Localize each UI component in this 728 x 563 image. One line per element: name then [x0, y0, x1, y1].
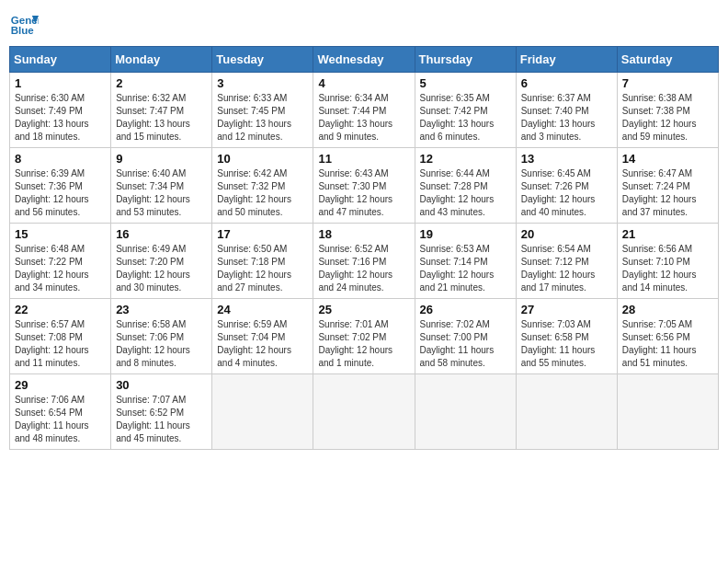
- day-info: Sunrise: 6:33 AM Sunset: 7:45 PM Dayligh…: [217, 92, 308, 144]
- day-number: 2: [116, 76, 207, 90]
- day-info: Sunrise: 6:35 AM Sunset: 7:42 PM Dayligh…: [420, 92, 511, 144]
- calendar-cell: 19 Sunrise: 6:53 AM Sunset: 7:14 PM Dayl…: [415, 224, 516, 299]
- calendar-cell: 12 Sunrise: 6:44 AM Sunset: 7:28 PM Dayl…: [415, 148, 516, 224]
- calendar-cell: 16 Sunrise: 6:49 AM Sunset: 7:20 PM Dayl…: [111, 224, 212, 299]
- day-number: 9: [116, 152, 207, 166]
- day-number: 28: [622, 303, 713, 316]
- calendar-cell: 18 Sunrise: 6:52 AM Sunset: 7:16 PM Dayl…: [313, 224, 415, 299]
- calendar-cell: [212, 374, 313, 450]
- calendar-cell: [516, 374, 617, 450]
- calendar-cell: 14 Sunrise: 6:47 AM Sunset: 7:24 PM Dayl…: [617, 148, 718, 224]
- calendar-cell: 21 Sunrise: 6:56 AM Sunset: 7:10 PM Dayl…: [617, 224, 718, 299]
- day-number: 29: [15, 378, 106, 392]
- day-number: 30: [116, 378, 207, 392]
- calendar-cell: 20 Sunrise: 6:54 AM Sunset: 7:12 PM Dayl…: [516, 224, 617, 299]
- calendar-cell: 5 Sunrise: 6:35 AM Sunset: 7:42 PM Dayli…: [415, 73, 516, 148]
- day-number: 10: [217, 152, 308, 166]
- col-header-thursday: Thursday: [415, 47, 516, 73]
- day-number: 23: [116, 303, 207, 316]
- calendar-cell: 7 Sunrise: 6:38 AM Sunset: 7:38 PM Dayli…: [617, 73, 718, 148]
- day-info: Sunrise: 6:57 AM Sunset: 7:08 PM Dayligh…: [15, 318, 106, 370]
- day-info: Sunrise: 6:40 AM Sunset: 7:34 PM Dayligh…: [116, 167, 207, 219]
- day-info: Sunrise: 6:32 AM Sunset: 7:47 PM Dayligh…: [116, 92, 207, 144]
- col-header-monday: Monday: [111, 47, 212, 73]
- day-number: 7: [622, 76, 713, 90]
- day-info: Sunrise: 6:38 AM Sunset: 7:38 PM Dayligh…: [622, 92, 713, 144]
- calendar-cell: 3 Sunrise: 6:33 AM Sunset: 7:45 PM Dayli…: [212, 73, 313, 148]
- day-number: 11: [318, 152, 409, 166]
- day-number: 24: [217, 303, 308, 316]
- day-info: Sunrise: 6:43 AM Sunset: 7:30 PM Dayligh…: [318, 167, 409, 219]
- day-number: 15: [15, 227, 106, 241]
- day-number: 20: [521, 227, 612, 241]
- day-number: 4: [318, 76, 409, 90]
- day-info: Sunrise: 6:44 AM Sunset: 7:28 PM Dayligh…: [420, 167, 511, 219]
- calendar-cell: 9 Sunrise: 6:40 AM Sunset: 7:34 PM Dayli…: [111, 148, 212, 224]
- col-header-friday: Friday: [516, 47, 617, 73]
- day-info: Sunrise: 7:01 AM Sunset: 7:02 PM Dayligh…: [318, 318, 409, 370]
- calendar-cell: [313, 374, 415, 450]
- day-info: Sunrise: 6:56 AM Sunset: 7:10 PM Dayligh…: [622, 243, 713, 294]
- day-number: 5: [420, 76, 511, 90]
- day-number: 25: [318, 303, 409, 316]
- day-info: Sunrise: 7:06 AM Sunset: 6:54 PM Dayligh…: [15, 394, 106, 445]
- calendar-cell: 2 Sunrise: 6:32 AM Sunset: 7:47 PM Dayli…: [111, 73, 212, 148]
- day-info: Sunrise: 6:39 AM Sunset: 7:36 PM Dayligh…: [15, 167, 106, 219]
- calendar-cell: 28 Sunrise: 7:05 AM Sunset: 6:56 PM Dayl…: [617, 299, 718, 374]
- calendar-cell: 6 Sunrise: 6:37 AM Sunset: 7:40 PM Dayli…: [516, 73, 617, 148]
- day-info: Sunrise: 6:42 AM Sunset: 7:32 PM Dayligh…: [217, 167, 308, 219]
- day-info: Sunrise: 6:59 AM Sunset: 7:04 PM Dayligh…: [217, 318, 308, 370]
- day-info: Sunrise: 6:54 AM Sunset: 7:12 PM Dayligh…: [521, 243, 612, 294]
- col-header-wednesday: Wednesday: [313, 47, 415, 73]
- calendar-cell: 10 Sunrise: 6:42 AM Sunset: 7:32 PM Dayl…: [212, 148, 313, 224]
- day-info: Sunrise: 6:37 AM Sunset: 7:40 PM Dayligh…: [521, 92, 612, 144]
- calendar-cell: 26 Sunrise: 7:02 AM Sunset: 7:00 PM Dayl…: [415, 299, 516, 374]
- day-info: Sunrise: 6:52 AM Sunset: 7:16 PM Dayligh…: [318, 243, 409, 294]
- day-number: 22: [15, 303, 106, 316]
- calendar-cell: 23 Sunrise: 6:58 AM Sunset: 7:06 PM Dayl…: [111, 299, 212, 374]
- calendar-cell: 17 Sunrise: 6:50 AM Sunset: 7:18 PM Dayl…: [212, 224, 313, 299]
- day-info: Sunrise: 6:53 AM Sunset: 7:14 PM Dayligh…: [420, 243, 511, 294]
- day-info: Sunrise: 6:34 AM Sunset: 7:44 PM Dayligh…: [318, 92, 409, 144]
- col-header-sunday: Sunday: [10, 47, 111, 73]
- day-number: 8: [15, 152, 106, 166]
- day-info: Sunrise: 7:03 AM Sunset: 6:58 PM Dayligh…: [521, 318, 612, 370]
- calendar-cell: 24 Sunrise: 6:59 AM Sunset: 7:04 PM Dayl…: [212, 299, 313, 374]
- calendar-cell: 29 Sunrise: 7:06 AM Sunset: 6:54 PM Dayl…: [10, 374, 111, 450]
- calendar-cell: 8 Sunrise: 6:39 AM Sunset: 7:36 PM Dayli…: [10, 148, 111, 224]
- day-number: 16: [116, 227, 207, 241]
- day-info: Sunrise: 7:02 AM Sunset: 7:00 PM Dayligh…: [420, 318, 511, 370]
- calendar-cell: 25 Sunrise: 7:01 AM Sunset: 7:02 PM Dayl…: [313, 299, 415, 374]
- day-number: 6: [521, 76, 612, 90]
- calendar-cell: 13 Sunrise: 6:45 AM Sunset: 7:26 PM Dayl…: [516, 148, 617, 224]
- day-info: Sunrise: 6:30 AM Sunset: 7:49 PM Dayligh…: [15, 92, 106, 144]
- day-number: 21: [622, 227, 713, 241]
- day-number: 27: [521, 303, 612, 316]
- svg-text:Blue: Blue: [11, 25, 35, 36]
- calendar-table: SundayMondayTuesdayWednesdayThursdayFrid…: [9, 46, 719, 450]
- day-info: Sunrise: 7:07 AM Sunset: 6:52 PM Dayligh…: [116, 394, 207, 445]
- day-info: Sunrise: 6:47 AM Sunset: 7:24 PM Dayligh…: [622, 167, 713, 219]
- calendar-cell: 15 Sunrise: 6:48 AM Sunset: 7:22 PM Dayl…: [10, 224, 111, 299]
- day-info: Sunrise: 6:49 AM Sunset: 7:20 PM Dayligh…: [116, 243, 207, 294]
- col-header-tuesday: Tuesday: [212, 47, 313, 73]
- day-number: 12: [420, 152, 511, 166]
- day-number: 1: [15, 76, 106, 90]
- calendar-cell: 11 Sunrise: 6:43 AM Sunset: 7:30 PM Dayl…: [313, 148, 415, 224]
- calendar-cell: 27 Sunrise: 7:03 AM Sunset: 6:58 PM Dayl…: [516, 299, 617, 374]
- calendar-cell: 30 Sunrise: 7:07 AM Sunset: 6:52 PM Dayl…: [111, 374, 212, 450]
- day-number: 14: [622, 152, 713, 166]
- day-number: 13: [521, 152, 612, 166]
- page-header: General Blue: [9, 9, 719, 39]
- logo-icon: General Blue: [9, 9, 39, 39]
- day-number: 18: [318, 227, 409, 241]
- day-info: Sunrise: 6:45 AM Sunset: 7:26 PM Dayligh…: [521, 167, 612, 219]
- day-number: 19: [420, 227, 511, 241]
- day-info: Sunrise: 6:48 AM Sunset: 7:22 PM Dayligh…: [15, 243, 106, 294]
- day-number: 3: [217, 76, 308, 90]
- day-number: 26: [420, 303, 511, 316]
- logo: General Blue: [9, 9, 42, 39]
- calendar-cell: 22 Sunrise: 6:57 AM Sunset: 7:08 PM Dayl…: [10, 299, 111, 374]
- calendar-cell: [617, 374, 718, 450]
- day-info: Sunrise: 7:05 AM Sunset: 6:56 PM Dayligh…: [622, 318, 713, 370]
